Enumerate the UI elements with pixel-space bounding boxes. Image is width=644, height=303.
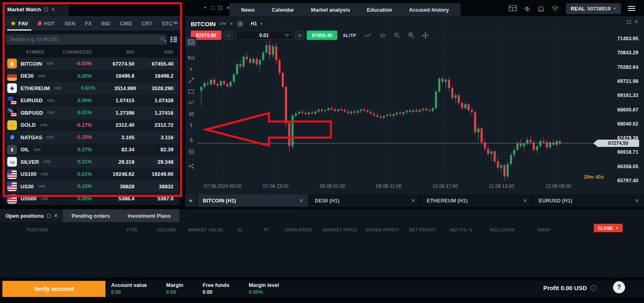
volume-minus-button[interactable]: − xyxy=(224,31,233,40)
tab-fav[interactable]: ★FAV xyxy=(6,16,33,31)
market-row-de30[interactable]: DE30CFD0.50%18496.818498.2 xyxy=(6,70,179,82)
account-selector[interactable]: REAL 50738919 ▼ xyxy=(566,3,621,14)
ask-value[interactable]: 38832 xyxy=(134,183,173,190)
crosshair-icon[interactable]: + xyxy=(186,65,196,73)
market-row-gbpusd[interactable]: GBPUSDCFD0.01%1.273961.27416 xyxy=(6,107,179,119)
chart-tab-de30[interactable]: DE30 (H1)✕ xyxy=(309,194,420,207)
tab-hot[interactable]: HOT xyxy=(33,16,60,31)
tab-cmd[interactable]: CMD xyxy=(115,16,137,31)
chart-type-icon[interactable] xyxy=(186,37,196,47)
bid-value[interactable]: 67274.50 xyxy=(92,61,134,67)
text-icon[interactable]: T xyxy=(186,121,196,129)
market-row-silver[interactable]: AgSILVERCFD0.21%29.31929.348 xyxy=(6,156,179,168)
bid-value[interactable]: 18496.8 xyxy=(92,73,134,79)
ask-value[interactable]: 3.116 xyxy=(134,134,173,140)
tab-investment-plans[interactable]: Investment Plans xyxy=(119,209,180,222)
layout-icon[interactable] xyxy=(509,5,517,12)
close-icon[interactable]: ✕ xyxy=(634,19,638,24)
bid-value[interactable]: 19248.62 xyxy=(92,171,134,177)
market-row-oil[interactable]: ▮OILCFD0.27%82.3482.39 xyxy=(6,144,179,156)
verify-account-button[interactable]: Verify account xyxy=(2,281,105,297)
zoom-in-icon[interactable] xyxy=(408,32,414,38)
timeframe-selector[interactable]: H1 ▼ xyxy=(247,20,266,28)
trendline-icon[interactable] xyxy=(186,76,196,84)
market-row-us30[interactable]: US30CFD0.15%3882838832 xyxy=(6,180,179,193)
close-icon[interactable]: ✕ xyxy=(299,198,303,204)
menu-icon[interactable] xyxy=(628,6,635,11)
market-row-us500[interactable]: US500CFD0.06%5386.45387.0 xyxy=(6,193,179,205)
volume-plus-button[interactable]: + xyxy=(295,31,304,40)
market-row-us100[interactable]: US100CFD0.01%19248.6219249.90 xyxy=(6,168,179,181)
sltp-button[interactable]: SL/TP xyxy=(343,33,356,38)
new-chart-button[interactable]: + xyxy=(185,194,196,207)
close-icon[interactable]: ✕ xyxy=(523,198,527,204)
indicators-fx-icon[interactable]: f(x) xyxy=(186,54,196,62)
maximize-icon[interactable] xyxy=(219,6,222,10)
nav-calendar[interactable]: Calendar xyxy=(263,7,303,13)
external-window-icon[interactable] xyxy=(211,6,215,10)
close-icon[interactable]: ✕ xyxy=(54,213,58,218)
indicators-icon[interactable] xyxy=(380,33,386,38)
ask-value[interactable]: 1.07428 xyxy=(134,97,173,103)
bid-value[interactable]: 1.07415 xyxy=(92,97,134,103)
popout-icon[interactable] xyxy=(44,8,48,11)
market-row-natgas[interactable]: NATGASCFD-1.33%3.1053.116 xyxy=(6,131,179,144)
ask-value[interactable]: 2312.72 xyxy=(134,122,173,128)
info-icon[interactable]: i xyxy=(237,21,244,27)
close-position-button[interactable]: CLOSE ▼ xyxy=(594,224,623,232)
ask-value[interactable]: 18498.2 xyxy=(134,73,173,79)
refresh-icon[interactable]: ⟳ xyxy=(285,33,289,38)
volume-profile-icon[interactable] xyxy=(186,136,196,144)
nav-education[interactable]: Education xyxy=(358,7,400,13)
bid-value[interactable]: 3514.990 xyxy=(95,85,136,91)
tab-sen[interactable]: SEN xyxy=(60,16,80,31)
help-button[interactable]: ? xyxy=(613,281,625,293)
zoom-out-icon[interactable] xyxy=(394,32,400,38)
rectangle-icon[interactable] xyxy=(186,87,196,95)
ask-value[interactable]: 67455.40 xyxy=(134,61,173,67)
ask-value[interactable]: 29.348 xyxy=(134,159,173,165)
tab-pending-orders[interactable]: Pending orders xyxy=(63,209,119,222)
close-icon[interactable]: ✕ xyxy=(411,198,415,204)
layers-icon[interactable] xyxy=(186,147,196,155)
search-input[interactable] xyxy=(6,34,167,45)
chevron-down-icon[interactable]: ▼ xyxy=(230,22,233,26)
chart-tab-ethereum[interactable]: ETHEREUM (H1)✕ xyxy=(421,194,532,207)
bell-icon[interactable] xyxy=(538,5,544,12)
grid-view-icon[interactable] xyxy=(170,37,177,42)
chart-tab-bitcoin[interactable]: BITCOIN (H1)✕ xyxy=(197,194,308,207)
market-row-bitcoin[interactable]: ฿BITCOINCFD-0.03%67274.5067455.40 xyxy=(6,58,179,70)
bid-value[interactable]: 29.319 xyxy=(92,159,134,165)
nav-market-analysis[interactable]: Market analysis xyxy=(303,7,359,13)
tab-crt[interactable]: CRT xyxy=(137,16,157,31)
more-tabs-icon[interactable]: >> xyxy=(173,20,177,26)
close-icon[interactable]: ✕ xyxy=(635,198,639,204)
market-row-ethereum[interactable]: ◆ETHEREUMCFD0.61%3514.9903528.290 xyxy=(6,82,179,95)
ask-value[interactable]: 3528.290 xyxy=(136,85,173,91)
share-icon[interactable] xyxy=(186,162,196,170)
volume-input[interactable]: 0.01 ⟳ xyxy=(235,31,293,40)
chevron-down-icon[interactable]: ▼ xyxy=(204,6,207,10)
candlestick-chart[interactable]: 71403.9570843.2970282.6469721.9869161.33… xyxy=(185,16,644,194)
ask-value[interactable]: 82.39 xyxy=(134,146,173,153)
ask-value[interactable]: 19249.90 xyxy=(134,171,173,177)
bid-value[interactable]: 3.105 xyxy=(92,134,134,140)
pan-icon[interactable] xyxy=(422,32,429,39)
bid-value[interactable]: 38828 xyxy=(92,183,134,190)
chart-tab-eurusd[interactable]: EURUSD (H1)✕ xyxy=(533,194,644,207)
bid-value[interactable]: 5386.4 xyxy=(92,196,134,202)
tab-ind[interactable]: IND xyxy=(97,16,115,31)
nav-account-history[interactable]: Account history xyxy=(400,7,457,13)
ask-value[interactable]: 5387.0 xyxy=(134,196,173,202)
popout-icon[interactable] xyxy=(47,214,51,218)
bid-value[interactable]: 82.34 xyxy=(92,146,134,153)
dock-icon[interactable] xyxy=(627,20,631,24)
line-chart-icon[interactable] xyxy=(364,33,372,38)
tab-open-positions[interactable]: Open positions ✕ xyxy=(0,209,63,222)
search-icon[interactable] xyxy=(160,36,166,43)
bid-value[interactable]: 1.27396 xyxy=(92,110,134,116)
waves-icon[interactable] xyxy=(186,99,196,107)
deposit-icon[interactable]: ·$· xyxy=(524,5,531,12)
buy-button[interactable]: 67455.40 xyxy=(307,31,337,40)
market-row-eurusd[interactable]: EURUSDCFD0.00%1.074151.07428 xyxy=(6,95,179,107)
